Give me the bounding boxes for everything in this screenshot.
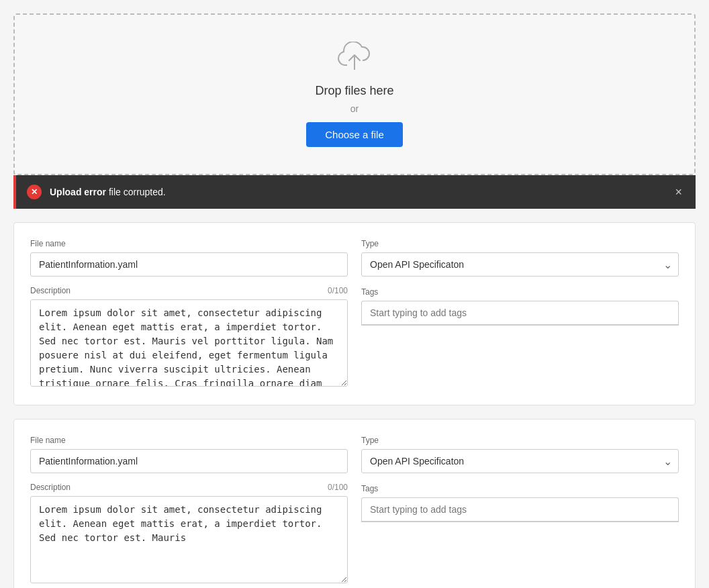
description-label-1: Description <box>30 286 70 295</box>
drop-files-text: Drop files here <box>315 84 393 98</box>
type-label-1: Type <box>361 239 679 248</box>
type-label-2: Type <box>361 436 679 445</box>
description-char-count-1: 0/100 <box>328 286 348 295</box>
description-textarea-1[interactable] <box>30 299 348 387</box>
error-icon <box>27 185 42 199</box>
file-card-1: File name Description 0/100 Type Open <box>13 222 696 405</box>
description-label-2: Description <box>30 483 70 492</box>
type-select-wrapper-2: Open API Specificaton JSON Schema GraphQ… <box>361 449 679 473</box>
right-col-2: Type Open API Specificaton JSON Schema G… <box>361 436 679 585</box>
file-card-2: File name Description 0/100 Type Open <box>13 419 696 588</box>
type-field-1: Type Open API Specificaton JSON Schema G… <box>361 239 679 277</box>
description-label-row-1: Description 0/100 <box>30 286 348 295</box>
error-close-button[interactable]: × <box>672 186 685 198</box>
right-col-1: Type Open API Specificaton JSON Schema G… <box>361 239 679 389</box>
error-bold-text: Upload error <box>50 187 106 197</box>
tags-field-1: Tags <box>361 287 679 326</box>
file-card-grid-2: File name Description 0/100 Type Open <box>30 436 679 585</box>
page-wrapper: Drop files here or Choose a file Upload … <box>0 0 709 588</box>
tags-input-2[interactable] <box>361 497 679 522</box>
choose-file-button[interactable]: Choose a file <box>306 122 403 147</box>
drop-or-text: or <box>350 103 359 114</box>
description-char-count-2: 0/100 <box>328 483 348 492</box>
type-select-2[interactable]: Open API Specificaton JSON Schema GraphQ… <box>361 449 679 473</box>
tags-input-1[interactable] <box>361 301 679 326</box>
type-field-2: Type Open API Specificaton JSON Schema G… <box>361 436 679 473</box>
error-banner: Upload error file corrupted. × <box>13 175 696 209</box>
tags-label-1: Tags <box>361 287 679 297</box>
file-card-grid-1: File name Description 0/100 Type Open <box>30 239 679 389</box>
type-select-1[interactable]: Open API Specificaton JSON Schema GraphQ… <box>361 252 679 277</box>
drop-zone[interactable]: Drop files here or Choose a file <box>13 13 696 175</box>
left-col-1: File name Description 0/100 <box>30 239 348 389</box>
error-message: Upload error file corrupted. <box>50 187 672 197</box>
description-textarea-2[interactable] <box>30 496 348 583</box>
description-label-row-2: Description 0/100 <box>30 483 348 492</box>
file-name-label-2: File name <box>30 436 348 445</box>
file-name-input-2[interactable] <box>30 449 348 473</box>
type-select-wrapper-1: Open API Specificaton JSON Schema GraphQ… <box>361 252 679 277</box>
left-col-2: File name Description 0/100 <box>30 436 348 585</box>
file-name-label-1: File name <box>30 239 348 248</box>
upload-cloud-icon <box>337 42 372 73</box>
tags-field-2: Tags <box>361 484 679 522</box>
tags-label-2: Tags <box>361 484 679 493</box>
error-detail-text: file corrupted. <box>106 187 166 197</box>
file-name-input-1[interactable] <box>30 252 348 277</box>
